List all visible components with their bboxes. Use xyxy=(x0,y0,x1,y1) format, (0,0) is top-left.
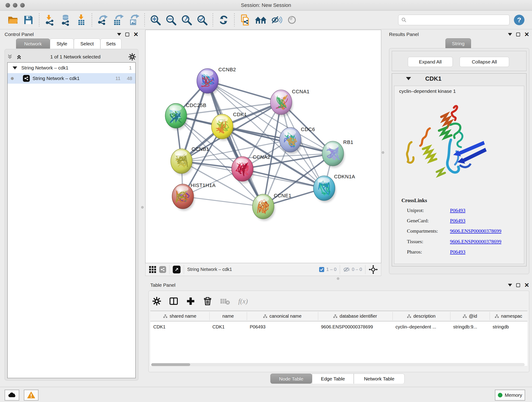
memory-button[interactable]: Memory xyxy=(495,390,525,401)
home-icon[interactable] xyxy=(254,13,267,26)
tab-network[interactable]: Network xyxy=(16,38,50,49)
toolbar-separator xyxy=(92,13,92,27)
import-network-file-icon[interactable] xyxy=(44,13,56,26)
network-tree: String Network – cdk1 1 String Network –… xyxy=(7,62,136,378)
tree-row-collection[interactable]: String Network – cdk1 1 xyxy=(7,63,135,73)
column-header[interactable]: database identifier xyxy=(318,311,393,321)
crosslink-label: Pharos: xyxy=(407,249,422,255)
results-panel-title: Results Panel xyxy=(389,32,419,37)
panel-close-icon[interactable]: ✕ xyxy=(524,32,529,36)
column-header[interactable]: shared name xyxy=(150,311,209,321)
panel-float-icon[interactable] xyxy=(125,32,129,36)
export-table-icon[interactable] xyxy=(112,13,125,26)
export-network-icon[interactable] xyxy=(96,13,109,26)
tab-network-table[interactable]: Network Table xyxy=(354,374,405,384)
search-field[interactable] xyxy=(398,15,510,25)
save-session-icon[interactable] xyxy=(22,13,35,26)
collapse-all-chevron-icon[interactable] xyxy=(6,53,13,60)
network-graph[interactable] xyxy=(146,30,381,263)
network-view-title: String Network – cdk1 xyxy=(187,267,232,272)
table-row-cell[interactable]: P06493 xyxy=(247,321,318,332)
panel-minimize-icon[interactable] xyxy=(508,284,512,287)
show-columns-icon[interactable] xyxy=(169,297,178,306)
gear-icon[interactable] xyxy=(128,53,136,61)
table-row-cell[interactable]: CDK1 xyxy=(150,321,209,332)
column-header[interactable]: @id xyxy=(450,311,490,321)
import-table-file-icon[interactable] xyxy=(75,13,88,26)
node-label: CCNA2 xyxy=(253,154,270,160)
delete-column-icon[interactable] xyxy=(203,297,212,306)
bottom-splitter-handle[interactable] xyxy=(337,277,339,280)
column-header[interactable]: description xyxy=(393,311,450,321)
crosslink-link[interactable]: P06493 xyxy=(450,207,465,213)
table-horizontal-scrollbar[interactable] xyxy=(151,363,525,366)
column-header[interactable]: name xyxy=(209,311,247,321)
warnings-button[interactable] xyxy=(24,390,38,401)
zoom-selected-icon[interactable] xyxy=(196,13,209,26)
crosslink-link[interactable]: P06493 xyxy=(450,218,465,224)
cloud-button[interactable] xyxy=(5,390,19,401)
panel-close-icon[interactable]: ✕ xyxy=(524,283,529,287)
panel-close-icon[interactable]: ✕ xyxy=(133,32,138,36)
column-header[interactable]: namespac xyxy=(490,311,527,321)
fit-selected-crosshair-icon[interactable] xyxy=(369,265,378,274)
table-row-cell[interactable]: CDK1 xyxy=(209,321,247,332)
delete-table-icon[interactable] xyxy=(220,297,230,306)
column-header[interactable]: canonical name xyxy=(247,311,318,321)
left-splitter-handle[interactable] xyxy=(141,206,144,209)
render-quality-icon[interactable] xyxy=(285,13,298,26)
node-label: HIST1H1A xyxy=(191,182,215,188)
main-toolbar: ? xyxy=(0,11,532,29)
cloud-icon xyxy=(8,392,16,398)
zoom-in-icon[interactable] xyxy=(149,13,162,26)
apply-layout-icon[interactable] xyxy=(217,13,230,26)
control-panel-title: Control Panel xyxy=(5,32,34,37)
crosslink-link[interactable]: P06493 xyxy=(450,249,465,255)
import-network-database-icon[interactable] xyxy=(59,13,72,26)
node-label: CCNE1 xyxy=(274,193,291,199)
tab-select[interactable]: Select xyxy=(74,38,100,49)
birdseye-grid-icon[interactable] xyxy=(149,266,157,274)
right-splitter-handle[interactable] xyxy=(382,151,384,154)
tab-node-table[interactable]: Node Table xyxy=(270,374,312,384)
tab-style[interactable]: Style xyxy=(50,38,74,49)
crosslink-link[interactable]: 9606.ENSP00000378699 xyxy=(450,239,501,245)
open-in-new-window-icon[interactable] xyxy=(173,266,181,274)
table-row-cell[interactable]: 9606.ENSP00000378699 xyxy=(318,321,393,332)
table-row-cell[interactable]: stringdb xyxy=(490,321,527,332)
panel-float-icon[interactable] xyxy=(516,32,520,36)
table-row-cell[interactable]: stringdb:9... xyxy=(450,321,490,332)
panel-minimize-icon[interactable] xyxy=(508,33,512,36)
function-builder-icon[interactable]: f(x) xyxy=(238,297,248,305)
expand-all-chevron-icon[interactable] xyxy=(16,53,22,60)
zoom-fit-icon[interactable] xyxy=(180,13,193,26)
panel-minimize-icon[interactable] xyxy=(117,33,121,36)
memory-label: Memory xyxy=(505,392,522,398)
protein-structure-image xyxy=(402,103,494,193)
network-type-icon[interactable] xyxy=(159,266,166,273)
table-row-cell[interactable]: cyclin–dependent ... xyxy=(393,321,450,332)
tab-string[interactable]: String xyxy=(445,38,471,48)
network-canvas[interactable]: CCNB2CCNA1CDC25BCDK1CDC6RB1CCNB1CCNA2CDK… xyxy=(145,30,381,263)
tab-edge-table[interactable]: Edge Table xyxy=(312,374,354,384)
scrollbar-thumb[interactable] xyxy=(151,363,190,366)
help-icon[interactable]: ? xyxy=(513,13,526,26)
show-graphics-details-icon[interactable] xyxy=(270,13,283,26)
tree-expand-icon[interactable] xyxy=(13,66,17,70)
create-column-icon[interactable] xyxy=(186,297,195,306)
export-image-icon[interactable] xyxy=(127,13,140,26)
open-session-icon[interactable] xyxy=(6,13,19,26)
search-input[interactable] xyxy=(407,17,503,22)
tab-sets[interactable]: Sets xyxy=(100,38,121,49)
panel-float-icon[interactable] xyxy=(516,283,520,287)
gear-icon[interactable] xyxy=(152,297,161,306)
hidden-eye-icon[interactable] xyxy=(343,267,350,272)
zoom-out-icon[interactable] xyxy=(165,13,177,26)
section-collapse-icon[interactable] xyxy=(406,77,411,80)
share-file-icon[interactable] xyxy=(239,13,252,26)
expand-all-button[interactable]: Expand All xyxy=(408,57,453,67)
selected-checkbox-icon[interactable] xyxy=(319,267,324,272)
collapse-all-button[interactable]: Collapse All xyxy=(460,57,509,67)
tree-row-network[interactable]: String Network – cdk1 11 48 xyxy=(7,73,135,84)
crosslink-link[interactable]: 9606.ENSP00000378699 xyxy=(450,228,501,234)
